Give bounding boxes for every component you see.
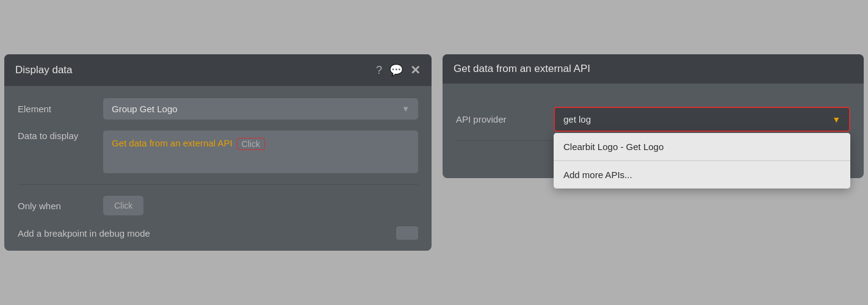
only-when-click-badge[interactable]: Click (103, 196, 143, 215)
api-menu-item-clearbit[interactable]: Clearbit Logo - Get Logo (554, 133, 850, 161)
display-data-panel: Display data ? 💬 ✕ Element Group Get Log… (4, 54, 432, 251)
close-button[interactable]: ✕ (410, 63, 421, 77)
get-data-panel: Get data from an external API API provid… (443, 54, 864, 178)
comment-icon[interactable]: 💬 (389, 63, 403, 77)
api-dropdown-wrapper: get log ▼ Clearbit Logo - Get Logo Add m… (554, 107, 850, 132)
separator-1 (18, 184, 418, 185)
only-when-row: Only when Click (18, 196, 418, 215)
debug-label: Add a breakpoint in debug mode (18, 228, 150, 239)
only-when-label: Only when (18, 201, 103, 211)
data-to-display-field[interactable]: Get data from an external API Click (103, 131, 418, 173)
right-panel-title: Get data from an external API (454, 63, 590, 75)
element-dropdown-control[interactable]: Group Get Logo ▼ (103, 98, 418, 120)
api-provider-value: get log (563, 114, 591, 124)
help-icon[interactable]: ? (376, 64, 382, 77)
element-dropdown-arrow: ▼ (402, 104, 410, 113)
data-to-display-label: Data to display (18, 131, 103, 141)
data-click-badge[interactable]: Click (237, 138, 265, 150)
left-panel-header: Display data ? 💬 ✕ (4, 54, 432, 86)
left-panel-body: Element Group Get Logo ▼ Data to display… (4, 86, 432, 251)
element-field-row: Element Group Get Logo ▼ (18, 98, 418, 120)
api-dropdown-menu: Clearbit Logo - Get Logo Add more APIs..… (554, 133, 850, 188)
element-dropdown[interactable]: Group Get Logo ▼ (103, 98, 418, 120)
data-to-display-field-row: Data to display Get data from an externa… (18, 131, 418, 173)
right-panel-body: API provider get log ▼ Clearbit Logo - G… (443, 84, 864, 178)
right-panel-header: Get data from an external API (443, 54, 864, 84)
api-menu-item-add-more[interactable]: Add more APIs... (554, 161, 850, 188)
left-panel-title: Display data (15, 64, 73, 76)
panels-container: Display data ? 💬 ✕ Element Group Get Log… (0, 42, 868, 263)
left-header-icons: ? 💬 ✕ (376, 63, 421, 77)
element-label: Element (18, 104, 103, 114)
api-provider-label: API provider (456, 114, 554, 124)
api-provider-row: API provider get log ▼ Clearbit Logo - G… (456, 96, 850, 138)
api-provider-dropdown[interactable]: get log ▼ (554, 107, 850, 132)
api-dropdown-arrow: ▼ (832, 115, 841, 124)
debug-toggle[interactable] (396, 226, 418, 240)
debug-row: Add a breakpoint in debug mode (18, 226, 418, 240)
data-to-display-control: Get data from an external API Click (103, 131, 418, 173)
external-api-link[interactable]: Get data from an external API (112, 138, 233, 148)
element-value: Group Get Logo (112, 104, 178, 114)
